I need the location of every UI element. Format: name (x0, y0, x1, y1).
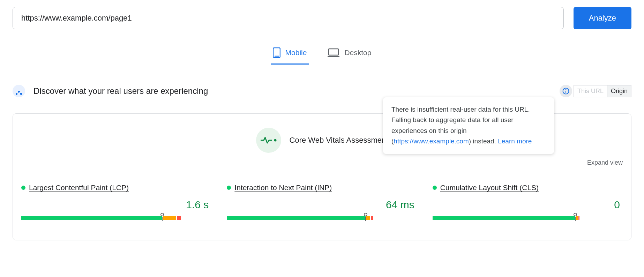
expand-view-link[interactable]: Expand view (587, 159, 623, 166)
section-header-right: This URL Origin There is insufficient re… (560, 85, 631, 97)
status-dot-good-icon (433, 186, 437, 190)
metrics-row: Largest Contentful Paint (LCP) 1.6 s Int… (21, 184, 623, 220)
assessment-title: Core Web Vitals Assessment (290, 136, 388, 145)
section-header: Discover what your real users are experi… (13, 85, 631, 97)
tooltip-learn-more-link[interactable]: Learn more (498, 137, 532, 145)
crux-icon (13, 85, 25, 97)
metric-lcp-value: 1.6 s (21, 199, 211, 211)
tab-desktop[interactable]: Desktop (325, 44, 373, 65)
svg-point-8 (274, 139, 276, 142)
section-title: Discover what your real users are experi… (33, 86, 208, 96)
tab-desktop-label: Desktop (344, 48, 371, 57)
mobile-icon (273, 47, 280, 58)
tab-mobile[interactable]: Mobile (271, 44, 309, 65)
insufficient-data-tooltip: There is insufficient real-user data for… (383, 97, 554, 154)
analyze-button[interactable]: Analyze (574, 7, 631, 29)
analyze-bar: Analyze (13, 7, 631, 29)
metric-lcp-name[interactable]: Largest Contentful Paint (LCP) (29, 184, 129, 192)
scope-toggle: This URL Origin (574, 85, 631, 97)
tooltip-text-mid: ) instead. (469, 137, 498, 145)
card-divider (21, 237, 623, 237)
metric-inp-name[interactable]: Interaction to Next Paint (INP) (234, 184, 332, 192)
tab-mobile-label: Mobile (285, 48, 307, 57)
tooltip-origin-link[interactable]: https://www.example.com (394, 137, 469, 145)
metric-inp-value: 64 ms (227, 199, 417, 211)
toggle-origin[interactable]: Origin (607, 85, 631, 97)
toggle-this-url: This URL (574, 85, 607, 97)
metric-lcp: Largest Contentful Paint (LCP) 1.6 s (21, 184, 211, 220)
metric-lcp-bar (21, 216, 211, 220)
metric-cls-name[interactable]: Cumulative Layout Shift (CLS) (440, 184, 539, 192)
vitals-pulse-icon (256, 128, 281, 153)
info-icon[interactable] (560, 85, 572, 97)
url-input[interactable] (13, 7, 564, 29)
metric-cls-value: 0 (433, 199, 623, 211)
svg-rect-2 (329, 49, 338, 55)
desktop-icon (328, 48, 339, 57)
metric-inp-bar (227, 216, 417, 220)
status-dot-good-icon (21, 186, 25, 190)
metric-cls-bar (433, 216, 623, 220)
device-tabs: Mobile Desktop (13, 44, 631, 65)
svg-point-6 (566, 89, 566, 90)
metric-cls: Cumulative Layout Shift (CLS) 0 (433, 184, 623, 220)
metric-inp: Interaction to Next Paint (INP) 64 ms (227, 184, 417, 220)
status-dot-good-icon (227, 186, 231, 190)
